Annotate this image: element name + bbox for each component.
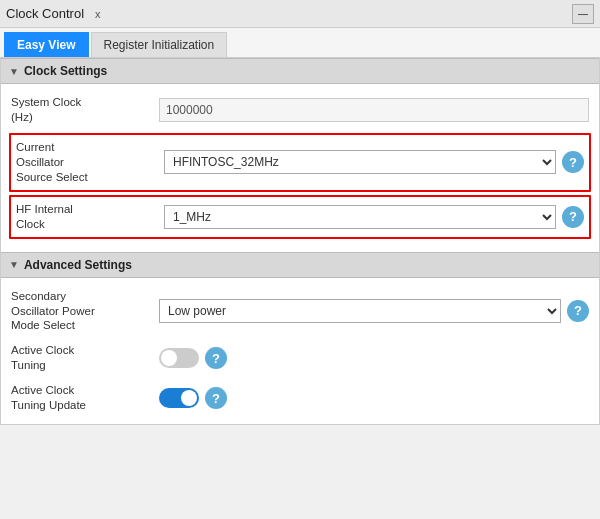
active-clock-tuning-control: ?	[159, 347, 589, 369]
hf-internal-clock-row: HF InternalClock 1_MHz 2_MHz 4_MHz 8_MHz…	[14, 200, 586, 234]
current-oscillator-highlighted-row: CurrentOscillatorSource Select HFINTOSC_…	[9, 133, 591, 192]
current-oscillator-help-icon[interactable]: ?	[562, 151, 584, 173]
active-clock-tuning-update-thumb	[181, 390, 197, 406]
clock-settings-label: Clock Settings	[24, 64, 107, 78]
active-clock-tuning-row: Active ClockTuning ?	[9, 338, 591, 378]
active-clock-tuning-update-toggle[interactable]	[159, 388, 199, 408]
secondary-oscillator-row: SecondaryOscillator PowerMode Select Low…	[9, 284, 591, 339]
active-clock-tuning-label: Active ClockTuning	[11, 343, 151, 373]
tab-register-initialization[interactable]: Register Initialization	[91, 32, 228, 57]
active-clock-tuning-update-label: Active ClockTuning Update	[11, 383, 151, 413]
active-clock-tuning-track	[159, 348, 199, 368]
current-oscillator-control: HFINTOSC_32MHz HFINTOSC_16MHz LFINTOSC ?	[164, 150, 584, 174]
active-clock-tuning-thumb	[161, 350, 177, 366]
system-clock-label: System Clock(Hz)	[11, 95, 151, 125]
active-clock-tuning-update-help-icon[interactable]: ?	[205, 387, 227, 409]
clock-settings-header[interactable]: ▼ Clock Settings	[1, 58, 599, 84]
current-oscillator-row: CurrentOscillatorSource Select HFINTOSC_…	[14, 138, 586, 187]
close-tab-button[interactable]: x	[90, 6, 106, 22]
active-clock-tuning-update-row: Active ClockTuning Update ?	[9, 378, 591, 418]
advanced-settings-area: SecondaryOscillator PowerMode Select Low…	[1, 278, 599, 425]
system-clock-input[interactable]	[159, 98, 589, 122]
hf-internal-clock-control: 1_MHz 2_MHz 4_MHz 8_MHz 16_MHz 32_MHz ?	[164, 205, 584, 229]
hf-internal-clock-highlighted-row: HF InternalClock 1_MHz 2_MHz 4_MHz 8_MHz…	[9, 195, 591, 239]
secondary-oscillator-help-icon[interactable]: ?	[567, 300, 589, 322]
secondary-oscillator-label: SecondaryOscillator PowerMode Select	[11, 289, 151, 334]
hf-internal-clock-select[interactable]: 1_MHz 2_MHz 4_MHz 8_MHz 16_MHz 32_MHz	[164, 205, 556, 229]
system-clock-control	[159, 98, 589, 122]
system-clock-row: System Clock(Hz)	[9, 90, 591, 130]
secondary-oscillator-select[interactable]: Low power High power	[159, 299, 561, 323]
title-bar-left: Clock Control x	[6, 6, 106, 22]
current-oscillator-label: CurrentOscillatorSource Select	[16, 140, 156, 185]
tab-bar: Easy View Register Initialization	[0, 28, 600, 58]
window-title: Clock Control	[6, 6, 84, 21]
advanced-settings-label: Advanced Settings	[24, 258, 132, 272]
active-clock-tuning-update-track	[159, 388, 199, 408]
clock-settings-area: System Clock(Hz) CurrentOscillatorSource…	[1, 84, 599, 248]
advanced-settings-header[interactable]: ▼ Advanced Settings	[1, 252, 599, 278]
collapse-triangle-icon: ▼	[9, 66, 19, 77]
title-bar: Clock Control x ─	[0, 0, 600, 28]
tab-easy-view[interactable]: Easy View	[4, 32, 89, 57]
minimize-button[interactable]: ─	[572, 4, 594, 24]
active-clock-tuning-toggle[interactable]	[159, 348, 199, 368]
collapse-triangle-icon-2: ▼	[9, 259, 19, 270]
secondary-oscillator-control: Low power High power ?	[159, 299, 589, 323]
hf-internal-clock-help-icon[interactable]: ?	[562, 206, 584, 228]
current-oscillator-select[interactable]: HFINTOSC_32MHz HFINTOSC_16MHz LFINTOSC	[164, 150, 556, 174]
active-clock-tuning-help-icon[interactable]: ?	[205, 347, 227, 369]
content-area: ▼ Clock Settings System Clock(Hz) Curren…	[0, 58, 600, 425]
hf-internal-clock-label: HF InternalClock	[16, 202, 156, 232]
active-clock-tuning-update-control: ?	[159, 387, 589, 409]
